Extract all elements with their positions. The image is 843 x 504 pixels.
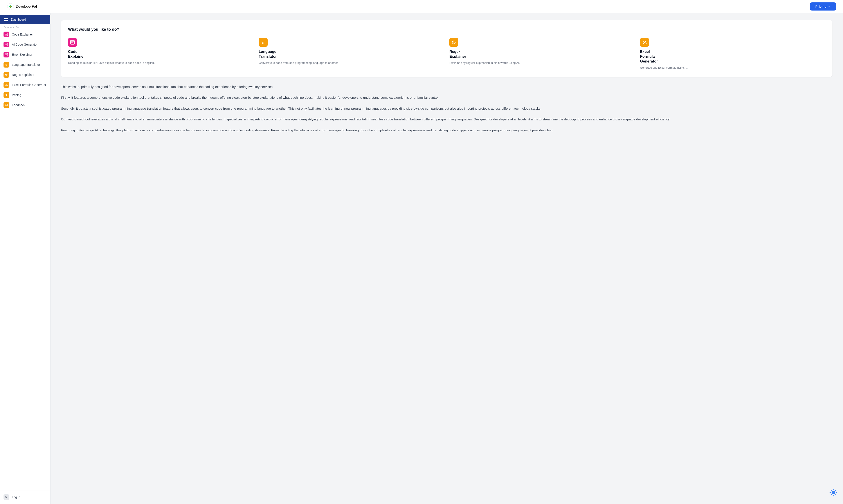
svg-point-12 [6,94,7,95]
sidebar-item-code-explainer[interactable]: Code Explainer [0,30,50,39]
tool-code-explainer-desc: Reading code is hard? Have explain what … [68,61,254,65]
svg-point-17 [831,491,835,494]
tool-regex-explainer-name: RegexExplainer [449,49,635,59]
sidebar-item-feedback-label: Feedback [12,103,25,107]
logo-icon [7,3,14,10]
sidebar-item-language-translator-label: Language Translator [12,63,40,67]
login-icon [3,494,9,500]
svg-line-22 [831,490,831,491]
sidebar-item-dashboard-label: Dashboard [11,18,26,21]
paragraph-2: Firstly, it features a comprehensive cod… [61,95,832,101]
sidebar-item-pricing-label: Pricing [12,93,21,97]
sidebar-item-pricing[interactable]: Pricing [0,90,50,100]
sidebar-item-excel-formula-generator-label: Excel Formula Generator [12,83,46,87]
svg-text:文: 文 [261,40,264,44]
tool-language-translator[interactable]: 文 LanguageTranslator Convert your code f… [259,38,444,70]
tool-code-explainer-name: CodeExplainer [68,49,254,59]
sidebar-section-label: DeveloperPal [0,24,50,30]
pricing-icon [3,92,9,98]
sidebar-item-error-explainer[interactable]: Error Explainer [0,50,50,60]
ai-code-generator-icon [3,42,9,47]
svg-text:文: 文 [5,64,7,66]
svg-rect-5 [6,20,8,21]
tool-language-translator-desc: Convert your code from one programming l… [259,61,444,65]
paragraph-5: Featuring cutting-edge AI technology, th… [61,127,832,133]
tool-language-translator-name: LanguageTranslator [259,49,444,59]
tool-regex-explainer-desc: Explains any regular expression in plain… [449,61,635,65]
tools-grid: CodeExplainer Reading code is hard? Have… [68,38,825,70]
sidebar-item-ai-code-generator[interactable]: AI Code Generator [0,39,50,50]
header: DeveloperPal Pricing → [0,0,843,13]
sidebar-item-excel-formula-generator[interactable]: Excel Formula Generator [0,80,50,90]
code-explainer-icon [3,32,9,37]
svg-rect-3 [6,18,8,19]
svg-point-16 [645,43,646,44]
error-explainer-icon [3,52,9,57]
sidebar-item-language-translator[interactable]: 文 Language Translator [0,60,50,70]
sun-icon[interactable] [829,488,838,499]
paragraph-1: This website, primarily designed for dev… [61,84,832,90]
sidebar-item-ai-code-generator-label: AI Code Generator [12,43,38,46]
svg-rect-2 [4,18,6,19]
excel-formula-icon [3,82,9,88]
tool-regex-explainer-icon [449,38,458,47]
regex-explainer-icon [3,72,9,78]
feedback-icon [3,102,9,108]
tool-excel-formula-name: ExcelFormulaGenerator [640,49,826,64]
tool-code-explainer-icon [68,38,77,47]
sidebar-item-login[interactable]: Log in [0,492,50,502]
svg-line-24 [835,490,836,491]
language-translator-icon: 文 [3,62,9,68]
sidebar-item-regex-explainer[interactable]: Regex Explainer [0,70,50,80]
sidebar-item-regex-explainer-label: Regex Explainer [12,73,34,76]
tool-language-translator-icon: 文 [259,38,268,47]
tool-excel-formula-generator[interactable]: ExcelFormulaGenerator Generate any Excel… [640,38,826,70]
svg-line-25 [831,494,831,495]
card-title: What would you like to do? [68,27,825,32]
svg-rect-4 [4,20,6,21]
pricing-header-button[interactable]: Pricing → [810,2,836,11]
sidebar-item-error-explainer-label: Error Explainer [12,53,32,56]
tool-code-explainer[interactable]: CodeExplainer Reading code is hard? Have… [68,38,254,70]
tools-card: What would you like to do? CodeExplainer… [61,20,832,77]
layout: Dashboard DeveloperPal Code Explainer AI… [0,13,843,504]
svg-point-1 [10,6,12,7]
paragraph-3: Secondly, it boasts a sophisticated prog… [61,106,832,111]
main-content: What would you like to do? CodeExplainer… [51,13,843,504]
paragraph-4: Our web-based tool leverages artificial … [61,116,832,122]
sidebar-item-dashboard[interactable]: Dashboard [0,15,50,24]
tool-regex-explainer[interactable]: RegexExplainer Explains any regular expr… [449,38,635,70]
svg-point-11 [6,85,7,86]
sidebar-item-code-explainer-label: Code Explainer [12,33,33,36]
sidebar-item-feedback[interactable]: Feedback [0,100,50,110]
sidebar-bottom: Log in [0,490,50,504]
logo-text: DeveloperPal [16,5,37,8]
svg-line-23 [835,494,836,495]
logo-area[interactable]: DeveloperPal [7,3,37,10]
sidebar: Dashboard DeveloperPal Code Explainer AI… [0,13,51,504]
sidebar-item-login-label: Log in [12,496,20,499]
tool-excel-formula-desc: Generate any Excel Formula using AI. [640,66,826,70]
dashboard-icon [3,17,8,22]
tool-excel-formula-icon [640,38,649,47]
